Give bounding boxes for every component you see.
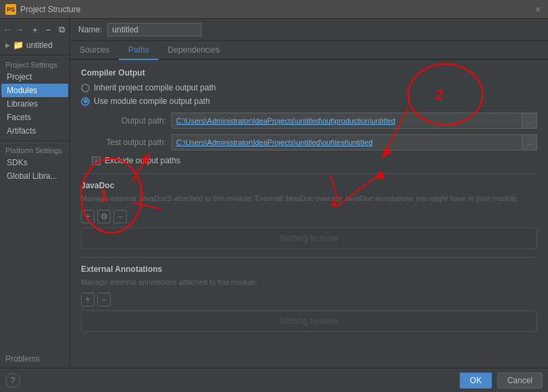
tree-arrow-icon: ▶ — [5, 42, 10, 49]
content-body: Compiler Output Inherit project compile … — [70, 60, 548, 368]
test-output-path-row: Test output path: ... — [81, 134, 537, 150]
radio-use-module-circle[interactable] — [81, 97, 90, 106]
sidebar-item-facets-label: Facets — [7, 113, 31, 122]
external-annotations-desc: Manage external annotations attached to … — [81, 277, 537, 288]
sidebar-item-artifacts-label: Artifacts — [7, 126, 36, 136]
copy-module-button[interactable]: ⧉ — [56, 23, 67, 36]
radio-use-module[interactable]: Use module compile output path — [81, 96, 537, 106]
bottom-right-actions: OK Cancel — [460, 372, 543, 389]
external-annotations-toolbar: + − — [81, 293, 537, 306]
javadoc-toolbar: + ⚙ − — [81, 210, 537, 223]
sidebar-item-problems[interactable]: Problems — [0, 350, 70, 368]
sidebar-item-global-libraries-label: Global Libra... — [7, 171, 57, 181]
tab-sources[interactable]: Sources — [70, 41, 119, 60]
module-name-input[interactable] — [107, 23, 202, 36]
sidebar-item-sdks-label: SDKs — [7, 158, 28, 167]
javadoc-desc: Manage external JavaDocS attached to thi… — [81, 193, 537, 204]
compiler-output-title: Compiler Output — [81, 68, 537, 78]
javadoc-add-button[interactable]: + — [81, 210, 94, 223]
output-path-input[interactable] — [172, 115, 522, 127]
forward-arrow[interactable]: → — [15, 24, 24, 35]
sidebar-item-libraries-label: Libraries — [7, 99, 38, 109]
test-output-path-wrapper: ... — [171, 134, 537, 150]
bottom-bar: ? OK Cancel — [0, 368, 548, 392]
sidebar-item-artifacts[interactable]: Artifacts — [1, 124, 68, 138]
output-path-wrapper: ... — [171, 113, 537, 129]
sidebar-item-modules-label: Modules — [7, 86, 37, 95]
radio-inherit-circle[interactable] — [81, 84, 90, 92]
platform-settings-label: Platform Settings — [0, 144, 70, 156]
back-arrow[interactable]: ← — [3, 24, 12, 35]
titlebar-title: Project Structure — [20, 5, 529, 14]
sidebar-item-libraries[interactable]: Libraries — [1, 97, 68, 111]
project-settings-label: Project Settings — [0, 58, 70, 70]
module-name-label: untitled — [26, 40, 53, 50]
output-path-row: Output path: ... — [81, 113, 537, 129]
help-button[interactable]: ? — [5, 373, 20, 388]
tabs-bar: Sources Paths Dependencies — [70, 41, 548, 60]
ok-button[interactable]: OK — [460, 372, 491, 389]
close-button[interactable]: × — [533, 5, 543, 14]
sidebar-item-project-label: Project — [7, 72, 32, 82]
module-tree-item[interactable]: ▶ 📁 untitled — [0, 38, 70, 52]
exclude-checkbox-label: Exclude output paths — [105, 156, 180, 165]
radio-use-module-label: Use module compile output path — [94, 96, 210, 106]
test-output-path-label: Test output path: — [92, 138, 166, 147]
javadoc-options-button[interactable]: ⚙ — [97, 210, 111, 223]
sidebar-item-modules[interactable]: Modules — [1, 84, 68, 97]
sidebar-item-facets[interactable]: Facets — [1, 111, 68, 124]
radio-group: Inherit project compile output path Use … — [81, 83, 537, 106]
test-output-path-browse-button[interactable]: ... — [522, 135, 537, 150]
add-module-button[interactable]: + — [30, 23, 40, 36]
exclude-checkbox-row: ✓ Exclude output paths — [81, 156, 537, 165]
test-output-path-input[interactable] — [172, 136, 522, 148]
main-layout: ← → + − ⧉ ▶ 📁 untitled Project Settings … — [0, 19, 548, 368]
radio-inherit[interactable]: Inherit project compile output path — [81, 83, 537, 92]
exclude-checkbox[interactable]: ✓ — [92, 157, 101, 165]
javadoc-remove-button[interactable]: − — [113, 210, 127, 223]
tab-paths[interactable]: Paths — [119, 41, 159, 60]
folder-icon: 📁 — [13, 40, 24, 50]
external-annotations-title: External Annotations — [81, 264, 537, 274]
sidebar-item-sdks[interactable]: SDKs — [1, 156, 68, 169]
cancel-button[interactable]: Cancel — [497, 372, 543, 389]
sidebar-item-project[interactable]: Project — [1, 70, 68, 84]
external-annotations-add-button[interactable]: + — [81, 293, 94, 306]
tab-dependencies[interactable]: Dependencies — [159, 41, 229, 60]
sidebar-item-global-libraries[interactable]: Global Libra... — [1, 169, 68, 183]
titlebar: PS Project Structure × — [0, 0, 548, 19]
nav-toolbar: ← → + − ⧉ — [0, 22, 70, 38]
radio-inherit-label: Inherit project compile output path — [94, 83, 216, 92]
external-annotations-remove-button[interactable]: − — [97, 293, 111, 306]
content-area: Name: Sources Paths Dependencies Compile… — [70, 19, 548, 368]
output-path-label: Output path: — [92, 116, 166, 125]
external-annotations-empty-state: Nothing to show — [81, 310, 537, 332]
javadoc-empty-state: Nothing to show — [81, 227, 537, 249]
javadoc-title: JavaDoc — [81, 181, 537, 190]
output-path-browse-button[interactable]: ... — [522, 113, 537, 128]
name-label: Name: — [78, 25, 102, 34]
remove-module-button[interactable]: − — [43, 23, 54, 36]
sidebar: ← → + − ⧉ ▶ 📁 untitled Project Settings … — [0, 19, 70, 368]
name-bar: Name: — [70, 19, 548, 41]
app-icon: PS — [5, 4, 16, 15]
